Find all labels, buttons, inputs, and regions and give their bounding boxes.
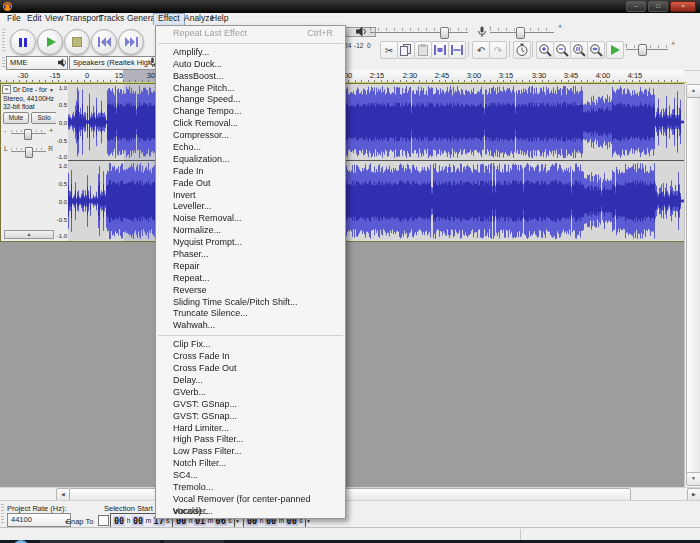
effect-menu-item-high-pass-filter[interactable]: High Pass Filter...	[156, 434, 345, 446]
scroll-down-button[interactable]: ▼	[686, 472, 700, 486]
effect-menu-item-cross-fade-in[interactable]: Cross Fade In	[156, 351, 345, 363]
effect-menu-item-bassboost[interactable]: BassBoost...	[156, 71, 345, 83]
copy-button[interactable]	[397, 41, 415, 59]
zoom-in-button[interactable]	[536, 41, 554, 59]
menu-help[interactable]: Help	[207, 13, 232, 24]
effect-menu-item-reverse[interactable]: Reverse	[156, 285, 345, 297]
effect-menu-item-vocal-remover-for-center-panned-vocals[interactable]: Vocal Remover (for center-panned vocals)…	[156, 494, 345, 506]
effect-menu-item-compressor[interactable]: Compressor...	[156, 130, 345, 142]
collapse-track-button[interactable]: ▲	[4, 230, 54, 239]
output-device-combo[interactable]: Speakers (Realtek High ▼	[69, 56, 159, 70]
fit-selection-button[interactable]	[570, 41, 588, 59]
effect-menu-item-gvst-gsnap[interactable]: GVST: GSnap...	[156, 411, 345, 423]
undo-button[interactable]: ↶	[472, 41, 490, 59]
cut-button[interactable]: ✂	[380, 41, 398, 59]
close-button[interactable]: ×	[670, 1, 696, 12]
project-rate-combo[interactable]: 44100 ▼	[7, 513, 71, 527]
effect-menu-item-wahwah[interactable]: Wahwah...	[156, 320, 345, 332]
vertical-scrollbar[interactable]: ▲ ▼	[684, 83, 700, 487]
vertical-scroll-thumb[interactable]	[686, 97, 700, 475]
playback-speed-slider[interactable]: - +	[626, 43, 668, 55]
mute-button[interactable]: Mute	[3, 112, 29, 124]
effect-menu-item-vocoder[interactable]: Vocoder...	[156, 506, 345, 518]
maximize-button[interactable]: □	[648, 1, 668, 12]
track-close-icon[interactable]: ×	[2, 85, 11, 94]
effect-menu-item-low-pass-filter[interactable]: Low Pass Filter...	[156, 446, 345, 458]
input-slider-thumb[interactable]	[516, 27, 525, 39]
scroll-up-button[interactable]: ▲	[686, 84, 700, 98]
gain-slider[interactable]: - +	[4, 127, 53, 139]
effect-menu-item-normalize[interactable]: Normalize...	[156, 225, 345, 237]
silence-audio-button[interactable]	[448, 41, 466, 59]
speed-slider-thumb[interactable]	[638, 44, 647, 56]
effect-menu-item-change-speed[interactable]: Change Speed...	[156, 94, 345, 106]
menu-item-label: Auto Duck...	[173, 59, 222, 71]
effect-menu-item-gvst-gsnap[interactable]: GVST: GSnap...	[156, 399, 345, 411]
time-digits[interactable]: 00	[113, 516, 125, 526]
volume-slider-thumb[interactable]	[440, 27, 449, 39]
effect-menu-item-notch-filter[interactable]: Notch Filter...	[156, 458, 345, 470]
effect-menu-item-repeat-last-effect[interactable]: Repeat Last EffectCtrl+R	[156, 28, 345, 40]
effect-menu-item-tremolo[interactable]: Tremolo...	[156, 482, 345, 494]
effect-menu-item-equalization[interactable]: Equalization...	[156, 154, 345, 166]
trim-audio-button[interactable]	[431, 41, 449, 59]
input-volume-slider[interactable]: - +	[490, 26, 554, 38]
toolbar-grip[interactable]	[2, 57, 5, 69]
stop-button[interactable]	[64, 29, 90, 55]
menu-item-label: Vocal Remover (for center-panned vocals)…	[173, 494, 333, 506]
stop-icon	[72, 37, 82, 47]
timeline-tick-label: 2:45	[427, 71, 457, 80]
effect-menu-item-sc4[interactable]: SC4...	[156, 470, 345, 482]
effect-menu-item-gverb[interactable]: GVerb...	[156, 387, 345, 399]
effect-menu-item-auto-duck[interactable]: Auto Duck...	[156, 59, 345, 71]
effect-menu-item-hard-limiter[interactable]: Hard Limiter...	[156, 423, 345, 435]
redo-button[interactable]: ↷	[489, 41, 507, 59]
effect-menu-item-nyquist-prompt[interactable]: Nyquist Prompt...	[156, 237, 345, 249]
effect-menu-item-repeat[interactable]: Repeat...	[156, 273, 345, 285]
play-at-speed-button[interactable]	[606, 41, 624, 59]
sync-lock-button[interactable]	[513, 41, 531, 59]
time-digits[interactable]: 00	[132, 516, 144, 526]
toolbar-grip[interactable]	[1, 504, 4, 524]
effect-menu-item-click-removal[interactable]: Click Removal...	[156, 118, 345, 130]
skip-to-end-button[interactable]	[118, 29, 144, 55]
cut-icon: ✂	[385, 45, 393, 56]
play-button[interactable]	[37, 29, 63, 55]
gain-slider-thumb[interactable]	[24, 129, 32, 140]
zoom-out-button[interactable]	[553, 41, 571, 59]
timeline-tick-label: 3:15	[491, 71, 521, 80]
effect-menu-item-truncate-silence[interactable]: Truncate Silence...	[156, 308, 345, 320]
effect-menu-item-noise-removal[interactable]: Noise Removal...	[156, 213, 345, 225]
effect-menu-item-clip-fix[interactable]: Clip Fix...	[156, 339, 345, 351]
effect-menu-item-delay[interactable]: Delay...	[156, 375, 345, 387]
pan-slider-thumb[interactable]	[25, 147, 33, 158]
effect-menu-item-change-pitch[interactable]: Change Pitch...	[156, 83, 345, 95]
effect-menu-item-repair[interactable]: Repair	[156, 261, 345, 273]
horizontal-scrollbar[interactable]: ◀ ▶	[0, 487, 700, 501]
pan-slider[interactable]: L R	[4, 145, 53, 157]
output-volume-slider[interactable]: -	[370, 26, 468, 38]
minimize-button[interactable]: –	[626, 1, 646, 12]
effect-menu-item-echo[interactable]: Echo...	[156, 142, 345, 154]
track-menu-arrow-icon[interactable]: ▼	[49, 87, 54, 93]
effect-menu-item-fade-in[interactable]: Fade In	[156, 166, 345, 178]
track-name[interactable]: Dr Dre - for	[13, 86, 49, 93]
solo-button[interactable]: Solo	[31, 112, 57, 124]
effect-menu-item-cross-fade-out[interactable]: Cross Fade Out	[156, 363, 345, 375]
status-bar-separator	[520, 529, 521, 540]
effect-menu-item-leveller[interactable]: Leveller...	[156, 201, 345, 213]
pause-button[interactable]	[10, 29, 36, 55]
toolbar-grip[interactable]	[2, 29, 5, 53]
effect-menu-item-phaser[interactable]: Phaser...	[156, 249, 345, 261]
paste-button[interactable]	[414, 41, 432, 59]
effect-menu-item-invert[interactable]: Invert	[156, 190, 345, 202]
effect-menu-item-change-tempo[interactable]: Change Tempo...	[156, 106, 345, 118]
maximize-icon: □	[656, 3, 660, 9]
effect-menu-item-amplify[interactable]: Amplify...	[156, 47, 345, 59]
effect-menu-item-sliding-time-scale-pitch-shift[interactable]: Sliding Time Scale/Pitch Shift...	[156, 297, 345, 309]
fit-project-button[interactable]	[587, 41, 605, 59]
effect-menu-item-fade-out[interactable]: Fade Out	[156, 178, 345, 190]
skip-to-start-button[interactable]	[91, 29, 117, 55]
menu-file[interactable]: File	[3, 13, 25, 24]
snap-to-checkbox[interactable]	[98, 515, 109, 526]
